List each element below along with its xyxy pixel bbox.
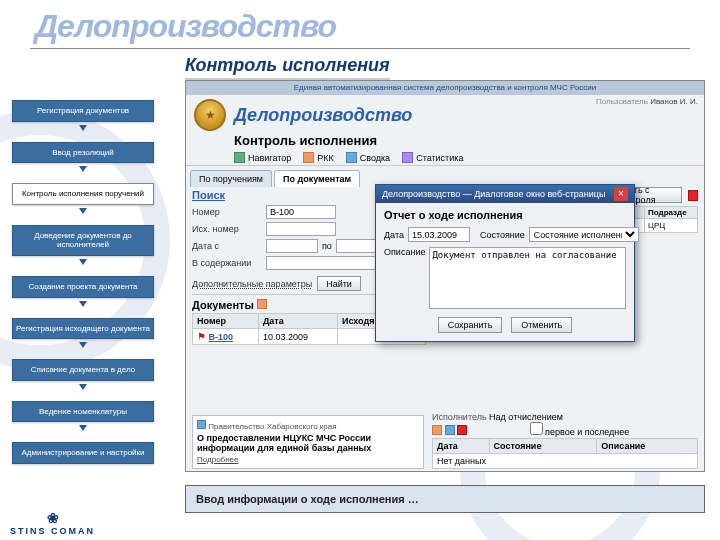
- date-from-input[interactable]: [266, 239, 318, 253]
- history-table: ДатаСостояниеОписание Нет данных: [432, 438, 698, 469]
- tab-by-assignments[interactable]: По поручениям: [190, 170, 272, 187]
- col-hstate[interactable]: Состояние: [489, 439, 597, 454]
- dateto-label: по: [322, 241, 332, 251]
- folder-icon: [257, 299, 267, 309]
- col-hdate[interactable]: Дата: [433, 439, 490, 454]
- dialog-desc-textarea[interactable]: [429, 247, 626, 309]
- toolbar-navigator[interactable]: Навигатор: [234, 152, 291, 163]
- doc-subject: О предоставлении НЦУКС МЧС России информ…: [197, 433, 419, 453]
- page-subtitle: Контроль исполнения: [185, 55, 390, 80]
- doc-summary: Правительство Хабаровского края О предос…: [192, 415, 424, 469]
- outnum-input[interactable]: [266, 222, 336, 236]
- cancel-button[interactable]: Отменить: [511, 317, 572, 333]
- executor-row: Исполнитель Над отчислением первое и пос…: [432, 412, 698, 437]
- toolbar-summary[interactable]: Сводка: [346, 152, 390, 163]
- save-button[interactable]: Сохранить: [438, 317, 503, 333]
- dialog-state-label: Состояние: [480, 230, 525, 240]
- col-dept[interactable]: Подразде: [645, 207, 698, 219]
- sidebar-item-admin[interactable]: Администрирование и настройки: [12, 442, 154, 464]
- brand-logo: ❀STINS COMAN: [10, 510, 95, 536]
- tool-icon[interactable]: [432, 425, 442, 435]
- outnum-label: Исх. номер: [192, 224, 262, 234]
- dialog-title: Отчет о ходе исполнения: [384, 209, 626, 221]
- find-button[interactable]: Найти: [317, 276, 361, 291]
- org-name: Правительство Хабаровского края: [197, 420, 419, 431]
- dialog-date-label: Дата: [384, 230, 404, 240]
- system-banner: Единая автоматизированная система делопр…: [186, 81, 704, 95]
- number-label: Номер: [192, 207, 262, 217]
- footer-caption: Ввод информации о ходе исполнения …: [185, 485, 705, 513]
- executor-label: Исполнитель: [432, 412, 487, 422]
- dialog-window: Делопроизводство — Диалоговое окно веб-с…: [375, 184, 635, 342]
- user-label: Пользователь: [596, 97, 648, 106]
- tool3-icon[interactable]: [457, 425, 467, 435]
- divider: [30, 48, 690, 49]
- datefrom-label: Дата с: [192, 241, 262, 251]
- toolbar-stats[interactable]: Статистика: [402, 152, 463, 163]
- tab-by-documents[interactable]: По документам: [274, 170, 360, 187]
- delete-icon[interactable]: [688, 190, 698, 201]
- sidebar-item-register-out[interactable]: Регистрация исходящего документа: [12, 318, 154, 340]
- dialog-desc-label: Описание: [384, 247, 425, 257]
- sidebar-item-resolutions[interactable]: Ввод резолюций: [12, 142, 154, 164]
- sidebar: Регистрация документов Ввод резолюций Ко…: [12, 100, 154, 482]
- col-hdesc[interactable]: Описание: [597, 439, 698, 454]
- sidebar-item-register-doc[interactable]: Регистрация документов: [12, 100, 154, 122]
- user-name: Иванов И. И.: [650, 97, 698, 106]
- building-icon: [197, 420, 206, 429]
- first-last-check[interactable]: первое и последнее: [530, 427, 630, 437]
- app-toolbar: Навигатор РКК Сводка Статистика: [186, 150, 704, 166]
- sidebar-item-deliver[interactable]: Доведение документов до исполнителей: [12, 225, 154, 256]
- section-title: Контроль исполнения: [186, 133, 704, 150]
- emblem-icon: [194, 99, 226, 131]
- more-link[interactable]: Подробнее: [197, 455, 419, 464]
- table-row: Нет данных: [433, 454, 698, 469]
- tool2-icon[interactable]: [445, 425, 455, 435]
- col-num[interactable]: Номер: [193, 314, 259, 329]
- number-input[interactable]: [266, 205, 336, 219]
- col-date[interactable]: Дата: [258, 314, 337, 329]
- card-icon: [303, 152, 314, 163]
- sidebar-item-archive[interactable]: Списание документа в дело: [12, 359, 154, 381]
- compass-icon: [234, 152, 245, 163]
- executor-value: Над отчислением: [489, 412, 563, 422]
- chart-icon: [402, 152, 413, 163]
- user-bar: Пользователь Иванов И. И.: [596, 97, 698, 106]
- page-big-title: Делопроизводство: [35, 8, 336, 45]
- sidebar-item-draft[interactable]: Создание проекта документа: [12, 276, 154, 298]
- sidebar-item-control[interactable]: Контроль исполнения поручений: [12, 183, 154, 205]
- extra-params-link[interactable]: Дополнительные параметры: [192, 279, 312, 289]
- close-icon[interactable]: ×: [614, 187, 628, 201]
- list-icon: [346, 152, 357, 163]
- toolbar-rkk[interactable]: РКК: [303, 152, 334, 163]
- history-table-wrap: ДатаСостояниеОписание Нет данных: [432, 438, 698, 469]
- dialog-date-input[interactable]: [408, 227, 470, 242]
- dialog-titlebar-text: Делопроизводство — Диалоговое окно веб-с…: [382, 185, 605, 203]
- content-label: В содержании: [192, 258, 262, 268]
- app-title: Делопроизводство: [234, 105, 412, 126]
- dialog-state-select[interactable]: Состояние исполнения: [529, 227, 639, 242]
- sidebar-item-nomenclature[interactable]: Ведение номенклатуры: [12, 401, 154, 423]
- dialog-titlebar[interactable]: Делопроизводство — Диалоговое окно веб-с…: [376, 185, 634, 203]
- doc-link[interactable]: В-100: [209, 332, 234, 342]
- flag-icon: ⚑: [197, 331, 206, 342]
